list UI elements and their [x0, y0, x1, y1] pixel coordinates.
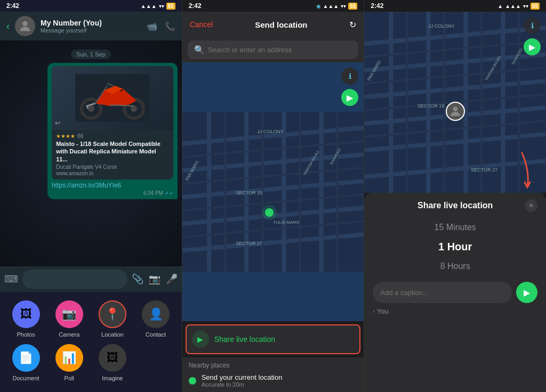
tray-row-2: 📄 Document 📊 Poll 🖼 Imagine	[4, 344, 178, 381]
nearby-item-info: Send your current location Accurate to 2…	[202, 373, 283, 388]
status-icons-3: ▲ ▲▲▲ ▾▾ 65	[497, 3, 540, 10]
nav-arrow-icon: ▲	[497, 3, 503, 9]
svg-point-58	[453, 107, 457, 111]
refresh-icon[interactable]: ↻	[349, 20, 356, 30]
location-label: Location	[101, 331, 124, 338]
product-source: www.amazon.in	[56, 170, 169, 176]
nearby-item[interactable]: Send your current location Accurate to 2…	[189, 373, 358, 388]
mic-icon[interactable]: 🎤	[166, 273, 178, 285]
location-active-icon: ◉	[316, 3, 321, 9]
tray-imagine[interactable]: 🖼 Imagine	[99, 344, 126, 381]
product-link[interactable]: https://amzn.to/3MuYIe6	[52, 182, 173, 189]
read-receipts: ✓✓	[165, 190, 173, 196]
duration-1hour[interactable]: 1 Hour	[373, 236, 537, 257]
map-area-3: JJ COLONY SECTOR 19 SECTOR 27 PAR MARG Y…	[364, 12, 546, 193]
search-bar-wrap: 🔍	[182, 37, 364, 62]
message-bubble: ↩ ★★★★ 66 Maisto - 1/18 Scale Model Comp…	[47, 63, 178, 199]
attachment-tray: 🖼 Photos 📷 Camera 📍 Location 👤 Contact	[0, 292, 182, 392]
tray-camera[interactable]: 📷 Camera	[55, 300, 83, 338]
map-area-2: JJ COLONY SECTOR 19 SECTOR 27 PAR MARG Y…	[182, 62, 364, 321]
tray-location[interactable]: 📍 Location	[99, 300, 126, 338]
map-navigate-button-3[interactable]: ▶	[524, 38, 541, 55]
camera-icon: 📷	[55, 300, 83, 328]
photos-label: Photos	[17, 331, 35, 338]
message-input[interactable]	[22, 270, 127, 289]
chat-name: My Number (You)	[41, 19, 141, 27]
svg-text:JJ COLONY: JJ COLONY	[429, 23, 455, 29]
status-bar-2: 2:42 ◉ ▲▲▲ ▾▾ 65	[182, 0, 364, 12]
tray-document[interactable]: 📄 Document	[12, 344, 40, 381]
header-icons: 📹 📞	[147, 21, 175, 31]
product-card: ↩ ★★★★ 66 Maisto - 1/18 Scale Model Comp…	[52, 66, 173, 179]
battery-badge-1: 65	[166, 3, 175, 10]
send-button[interactable]: ▶	[516, 282, 537, 303]
svg-text:TULSI MARG: TULSI MARG	[273, 220, 299, 225]
close-sheet-button[interactable]: ✕	[525, 199, 537, 212]
search-bar[interactable]: 🔍	[188, 40, 359, 59]
avatar	[15, 16, 35, 36]
duration-8hours[interactable]: 8 Hours	[373, 257, 537, 275]
duration-list: 15 Minutes 1 Hour 8 Hours	[373, 218, 537, 275]
chat-subtitle: Message yourself	[41, 27, 141, 34]
back-arrow-icon[interactable]: ‹	[6, 21, 10, 32]
wifi-icon-3: ▾▾	[523, 3, 528, 9]
you-row: › You	[373, 307, 537, 315]
send-location-title: Send location	[255, 20, 307, 29]
signal-icon-3: ▲▲▲	[505, 3, 521, 9]
you-label: You	[377, 307, 389, 315]
keyboard-icon[interactable]: ⌨	[4, 273, 18, 285]
svg-text:SECTOR 19: SECTOR 19	[236, 190, 262, 195]
signal-icon: ▲▲▲	[141, 3, 157, 9]
share-live-content: ▶ Share live location	[192, 331, 355, 348]
status-icons-2: ◉ ▲▲▲ ▾▾ 65	[316, 3, 358, 10]
time-display-3: 2:42	[371, 2, 383, 10]
share-live-icon: ▶	[192, 331, 209, 348]
cancel-button[interactable]: Cancel	[190, 20, 213, 29]
product-title: Maisto - 1/18 Scale Model Compatible wit…	[56, 140, 169, 163]
poll-icon: 📊	[55, 344, 83, 372]
forward-icon[interactable]: ↩	[55, 119, 60, 127]
map-info-button-3[interactable]: ℹ	[524, 17, 541, 34]
video-call-icon[interactable]: 📹	[147, 21, 157, 31]
battery-badge-2: 65	[348, 3, 357, 10]
signal-icon-2: ▲▲▲	[323, 3, 339, 9]
wifi-icon-2: ▾▾	[341, 3, 346, 9]
imagine-label: Imagine	[102, 375, 123, 381]
caption-input[interactable]	[373, 282, 512, 303]
photos-icon: 🖼	[12, 300, 40, 328]
tray-row-1: 🖼 Photos 📷 Camera 📍 Location 👤 Contact	[4, 300, 178, 338]
rating-row: ★★★★ 66	[56, 133, 169, 139]
red-arrow-indicator	[509, 150, 535, 193]
user-avatar-on-map	[446, 102, 465, 121]
poll-label: Poll	[65, 375, 74, 381]
send-location-header: Cancel Send location ↻	[182, 12, 364, 37]
share-sheet: Share live location ✕ 15 Minutes 1 Hour …	[364, 193, 546, 392]
svg-text:SECTOR 19: SECTOR 19	[418, 103, 445, 109]
share-live-label: Share live location	[214, 335, 275, 344]
attach-icon[interactable]: 📎	[132, 273, 143, 285]
document-label: Document	[13, 375, 39, 381]
product-subtitle: Ducati Panigale V4 Corse	[56, 164, 169, 170]
caption-row: ▶	[373, 282, 537, 303]
share-live-location-row[interactable]: ▶ Share live location	[186, 324, 361, 354]
search-icon: 🔍	[194, 45, 205, 55]
battery-badge-3: 65	[531, 3, 540, 10]
panel-share-live: 2:42 ▲ ▲▲▲ ▾▾ 65	[364, 0, 546, 392]
duration-15min[interactable]: 15 Minutes	[373, 218, 537, 236]
location-search-input[interactable]	[208, 46, 352, 54]
nearby-dot-icon	[189, 377, 196, 385]
svg-text:JJ COLONY: JJ COLONY	[257, 129, 284, 134]
document-icon: 📄	[12, 344, 40, 372]
time-display-2: 2:42	[189, 2, 202, 10]
user-pin	[446, 102, 465, 121]
product-info: ★★★★ 66 Maisto - 1/18 Scale Model Compat…	[52, 130, 173, 179]
svg-text:SECTOR 27: SECTOR 27	[236, 241, 262, 246]
date-badge: Sun, 1 Sep	[4, 49, 178, 59]
camera-label: Camera	[59, 331, 79, 338]
tray-contact[interactable]: 👤 Contact	[142, 300, 170, 338]
phone-icon[interactable]: 📞	[165, 21, 175, 31]
camera-input-icon[interactable]: 📷	[149, 273, 160, 285]
tray-poll[interactable]: 📊 Poll	[55, 344, 83, 381]
chat-background: Sun, 1 Sep	[0, 40, 182, 266]
tray-photos[interactable]: 🖼 Photos	[12, 300, 40, 338]
